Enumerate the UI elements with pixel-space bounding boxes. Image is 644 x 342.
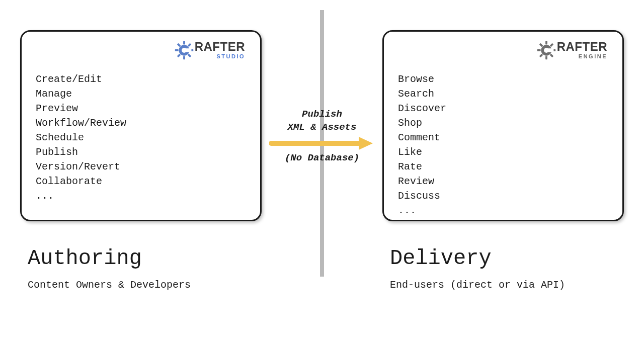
arrow-right-icon — [269, 136, 375, 151]
flow-label-line3: (No Database) — [267, 152, 377, 165]
delivery-feature-item: Rate — [398, 159, 608, 174]
gear-icon — [537, 41, 556, 60]
flow-label-line2: XML & Assets — [267, 121, 377, 134]
authoring-feature-item: Publish — [36, 145, 246, 159]
crafter-studio-logo: RAFTER STUDIO — [175, 41, 245, 60]
svg-rect-7 — [177, 43, 181, 47]
svg-rect-13 — [545, 56, 547, 59]
delivery-feature-item: Discuss — [398, 189, 608, 203]
publish-flow: Publish XML & Assets (No Database) — [267, 108, 377, 165]
svg-rect-2 — [183, 56, 185, 59]
svg-marker-23 — [359, 137, 373, 150]
svg-rect-17 — [539, 54, 543, 58]
logo-subbrand: ENGINE — [557, 54, 607, 59]
svg-rect-19 — [549, 54, 553, 58]
delivery-feature-item: Browse — [398, 72, 608, 87]
svg-rect-5 — [187, 43, 191, 47]
svg-rect-3 — [175, 49, 178, 51]
logo-subbrand: STUDIO — [195, 54, 245, 59]
delivery-feature-item: Like — [398, 145, 608, 159]
svg-rect-16 — [549, 43, 553, 47]
authoring-feature-item: ... — [36, 189, 246, 203]
delivery-feature-item: Comment — [398, 130, 608, 145]
gear-icon — [175, 41, 194, 60]
diagram-root: RAFTER STUDIO Create/EditManagePreviewWo… — [0, 0, 644, 342]
authoring-feature-item: Schedule — [36, 130, 246, 145]
authoring-feature-item: Create/Edit — [36, 72, 246, 87]
delivery-feature-item: Search — [398, 87, 608, 101]
delivery-feature-list: BrowseSearchDiscoverShopCommentLikeRateR… — [398, 72, 608, 218]
logo-brand-rest: RAFTER — [557, 40, 607, 53]
svg-rect-14 — [537, 49, 540, 51]
authoring-feature-item: Version/Revert — [36, 159, 246, 174]
svg-rect-10 — [186, 48, 191, 52]
svg-rect-12 — [545, 41, 547, 45]
svg-rect-18 — [539, 43, 543, 47]
authoring-feature-item: Workflow/Review — [36, 116, 246, 130]
authoring-feature-item: Collaborate — [36, 174, 246, 189]
authoring-panel: RAFTER STUDIO Create/EditManagePreviewWo… — [20, 30, 262, 221]
svg-rect-1 — [183, 41, 185, 45]
delivery-title: Delivery — [390, 246, 492, 271]
svg-rect-21 — [548, 48, 553, 52]
authoring-feature-item: Manage — [36, 87, 246, 101]
authoring-title: Authoring — [28, 246, 142, 271]
delivery-subtitle: End-users (direct or via API) — [390, 279, 565, 291]
delivery-panel: RAFTER ENGINE BrowseSearchDiscoverShopCo… — [382, 30, 624, 221]
delivery-feature-item: Discover — [398, 101, 608, 116]
crafter-engine-logo: RAFTER ENGINE — [537, 41, 607, 60]
delivery-feature-item: ... — [398, 203, 608, 218]
svg-rect-6 — [177, 54, 181, 58]
flow-label-line1: Publish — [267, 108, 377, 121]
logo-brand-rest: RAFTER — [195, 40, 245, 53]
authoring-feature-list: Create/EditManagePreviewWorkflow/ReviewS… — [36, 72, 246, 203]
svg-rect-8 — [187, 54, 191, 58]
authoring-feature-item: Preview — [36, 101, 246, 116]
delivery-feature-item: Review — [398, 174, 608, 189]
delivery-feature-item: Shop — [398, 116, 608, 130]
authoring-subtitle: Content Owners & Developers — [28, 279, 191, 291]
